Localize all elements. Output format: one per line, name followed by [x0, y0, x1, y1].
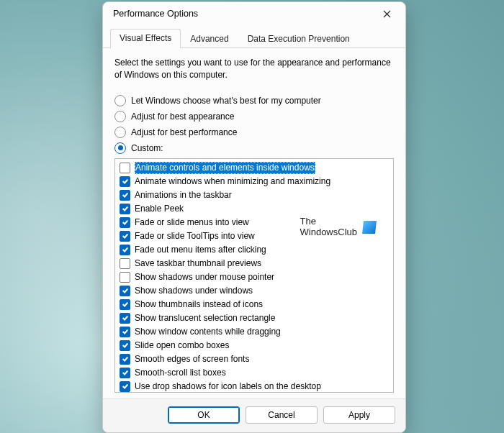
radio-icon — [114, 142, 126, 154]
list-item-label: Show translucent selection rectangle — [135, 312, 275, 324]
checkbox-icon — [120, 245, 130, 255]
checkbox-icon — [120, 299, 130, 310]
list-item[interactable]: Fade out menu items after clicking — [117, 243, 391, 257]
list-item-label: Use drop shadows for icon labels on the … — [135, 380, 321, 393]
list-item[interactable]: Animate controls and elements inside win… — [117, 161, 391, 175]
checkbox-icon — [120, 163, 130, 173]
close-button[interactable] — [374, 4, 400, 24]
checkbox-icon — [120, 217, 130, 228]
tab-strip: Visual EffectsAdvancedData Execution Pre… — [103, 25, 405, 48]
list-item-label: Animate controls and elements inside win… — [135, 162, 315, 174]
list-item[interactable]: Save taskbar thumbnail previews — [117, 257, 391, 270]
checkbox-icon — [120, 204, 130, 214]
radio-label: Adjust for best performance — [131, 127, 237, 137]
checkbox-icon — [120, 286, 130, 296]
radio-label: Let Windows choose what's best for my co… — [131, 96, 321, 106]
list-item[interactable]: Fade or slide menus into view — [117, 216, 391, 229]
window-titlebar[interactable]: Performance Options — [103, 2, 405, 25]
list-item[interactable]: Show translucent selection rectangle — [117, 311, 391, 325]
list-item-label: Fade or slide ToolTips into view — [135, 230, 255, 242]
radio-icon — [114, 111, 126, 122]
checkbox-icon — [120, 381, 130, 392]
list-item-label: Save taskbar thumbnail previews — [135, 257, 261, 270]
list-item[interactable]: Slide open combo boxes — [117, 339, 391, 352]
list-item-label: Show thumbnails instead of icons — [135, 298, 263, 311]
list-item[interactable]: Enable Peek — [117, 202, 391, 216]
list-item-label: Show shadows under windows — [135, 285, 253, 297]
list-item-label: Show shadows under mouse pointer — [135, 271, 274, 283]
checkbox-icon — [120, 231, 130, 242]
list-item[interactable]: Smooth edges of screen fonts — [117, 352, 391, 366]
apply-button[interactable]: Apply — [323, 406, 395, 424]
tab-content: Select the settings you want to use for … — [103, 48, 405, 398]
tab-data-execution-prevention[interactable]: Data Execution Prevention — [238, 29, 359, 48]
radio-option[interactable]: Adjust for best performance — [114, 127, 394, 138]
list-item[interactable]: Show window contents while dragging — [117, 325, 391, 339]
checkbox-icon — [120, 272, 130, 283]
radio-option[interactable]: Custom: — [114, 142, 394, 154]
performance-options-dialog: Performance Options Visual EffectsAdvanc… — [102, 1, 406, 433]
list-item[interactable]: Animate windows when minimizing and maxi… — [117, 175, 391, 188]
radio-label: Adjust for best appearance — [131, 111, 234, 122]
ok-button[interactable]: OK — [168, 406, 240, 424]
visual-effects-list[interactable]: The WindowsClub Animate controls and ele… — [114, 158, 394, 393]
radio-option[interactable]: Let Windows choose what's best for my co… — [114, 95, 394, 106]
checkbox-icon — [120, 340, 130, 351]
tab-advanced[interactable]: Advanced — [181, 29, 238, 48]
checkbox-icon — [120, 368, 130, 378]
radio-icon — [114, 127, 126, 138]
radio-icon — [114, 95, 126, 106]
list-item-label: Slide open combo boxes — [135, 339, 229, 352]
list-item-label: Fade out menu items after clicking — [135, 244, 266, 256]
checkbox-icon — [120, 176, 130, 187]
tab-visual-effects[interactable]: Visual Effects — [110, 29, 181, 48]
radio-label: Custom: — [131, 143, 163, 153]
list-item[interactable]: Animations in the taskbar — [117, 188, 391, 202]
close-icon — [383, 10, 391, 18]
instruction-text: Select the settings you want to use for … — [114, 57, 394, 82]
checkbox-icon — [120, 313, 130, 324]
cancel-button[interactable]: Cancel — [246, 406, 318, 424]
list-item[interactable]: Use drop shadows for icon labels on the … — [117, 380, 391, 393]
list-item[interactable]: Fade or slide ToolTips into view — [117, 229, 391, 243]
checkbox-icon — [120, 190, 130, 201]
list-item[interactable]: Show thumbnails instead of icons — [117, 298, 391, 311]
checkbox-icon — [120, 327, 130, 337]
list-item[interactable]: Show shadows under mouse pointer — [117, 270, 391, 284]
dialog-footer: OK Cancel Apply — [103, 398, 405, 432]
checkbox-icon — [120, 258, 130, 269]
list-item[interactable]: Show shadows under windows — [117, 284, 391, 298]
list-item[interactable]: Smooth-scroll list boxes — [117, 366, 391, 380]
list-item-label: Animations in the taskbar — [135, 189, 232, 201]
list-item-label: Smooth edges of screen fonts — [135, 353, 249, 365]
checkbox-icon — [120, 354, 130, 365]
list-item-label: Fade or slide menus into view — [135, 216, 249, 229]
list-item-label: Animate windows when minimizing and maxi… — [135, 176, 330, 188]
list-item-label: Enable Peek — [135, 203, 184, 215]
list-item-label: Show window contents while dragging — [135, 326, 281, 338]
window-title: Performance Options — [113, 9, 374, 19]
list-item-label: Smooth-scroll list boxes — [135, 367, 226, 379]
radio-group: Let Windows choose what's best for my co… — [114, 92, 394, 158]
radio-option[interactable]: Adjust for best appearance — [114, 111, 394, 122]
